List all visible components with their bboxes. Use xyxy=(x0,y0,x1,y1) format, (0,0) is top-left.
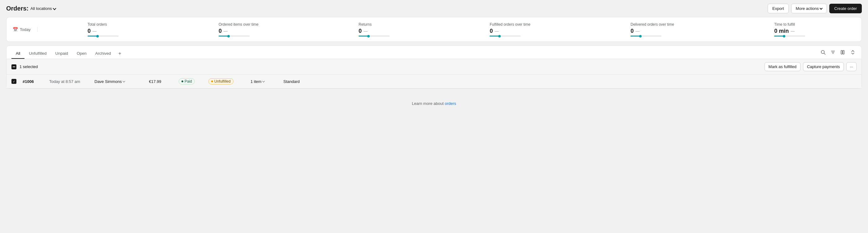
capture-payments-button[interactable]: Capture payments xyxy=(803,62,844,71)
filter-icon xyxy=(831,50,836,55)
page-title: Orders: xyxy=(6,5,29,12)
tabs-left: All Unfulfilled Unpaid Open Archived + xyxy=(11,48,124,59)
order-customer: Dave Simmons xyxy=(94,79,144,84)
mark-fulfilled-button[interactable]: Mark as fulfilled xyxy=(765,62,801,71)
deselect-all-checkbox[interactable] xyxy=(11,64,17,69)
search-icon xyxy=(820,50,826,55)
stat-total-orders: Total orders 0 — xyxy=(82,22,125,36)
order-payment-status: Paid xyxy=(179,78,204,85)
calendar-icon: 📅 xyxy=(13,27,18,32)
unfulfilled-dot xyxy=(211,80,213,82)
more-actions-label: More actions xyxy=(796,6,819,11)
selected-count: 1 selected xyxy=(20,64,38,69)
order-amount: €17.99 xyxy=(149,79,174,84)
tab-add-button[interactable]: + xyxy=(115,48,124,59)
more-options-button[interactable]: ··· xyxy=(846,62,857,71)
chevron-down-icon[interactable] xyxy=(262,79,265,82)
stats-card: 📅 Today Total orders 0 — Ordered items o… xyxy=(6,17,862,42)
search-button[interactable] xyxy=(819,48,827,56)
table-row[interactable]: #1006 Today at 8:57 am Dave Simmons €17.… xyxy=(6,74,862,89)
order-date: Today at 8:57 am xyxy=(49,79,90,84)
stat-bar-delivered-orders xyxy=(630,36,661,36)
header-left: Orders: All locations xyxy=(6,5,56,12)
more-actions-button[interactable]: More actions xyxy=(791,4,827,13)
chevron-down-icon xyxy=(820,6,823,9)
sort-icon xyxy=(850,50,855,55)
tab-archived[interactable]: Archived xyxy=(91,48,116,59)
columns-button[interactable] xyxy=(839,48,847,56)
selection-left: 1 selected xyxy=(11,64,38,69)
order-fulfillment-status: Unfulfilled xyxy=(208,78,246,85)
stat-time-to-fulfill: Time to fulfill 0 min — xyxy=(768,22,811,36)
location-label: All locations xyxy=(30,6,52,11)
order-items: 1 item xyxy=(250,79,278,84)
svg-rect-5 xyxy=(841,51,842,54)
filter-button[interactable] xyxy=(829,48,837,56)
row-checkbox[interactable] xyxy=(11,79,18,84)
svg-line-1 xyxy=(824,53,825,55)
order-delivery: Standard xyxy=(283,79,857,84)
header-right: Export More actions Create order xyxy=(768,4,862,13)
tab-open[interactable]: Open xyxy=(72,48,91,59)
sort-button[interactable] xyxy=(849,48,857,56)
orders-link[interactable]: orders xyxy=(445,101,456,106)
order-id: #1006 xyxy=(23,79,44,84)
tabs-row: All Unfulfilled Unpaid Open Archived + xyxy=(6,46,862,59)
selection-bar: 1 selected Mark as fulfilled Capture pay… xyxy=(6,59,862,74)
chevron-down-icon[interactable] xyxy=(123,79,125,82)
chevron-down-icon xyxy=(53,6,56,10)
stat-bar-returns xyxy=(359,36,390,36)
tab-all[interactable]: All xyxy=(11,48,25,59)
selection-right: Mark as fulfilled Capture payments ··· xyxy=(765,62,857,71)
orders-table-area: All Unfulfilled Unpaid Open Archived + xyxy=(6,45,862,89)
paid-dot xyxy=(182,80,183,82)
svg-rect-6 xyxy=(843,51,844,54)
tab-unfulfilled[interactable]: Unfulfilled xyxy=(25,48,51,59)
stats-items: Total orders 0 — Ordered items over time… xyxy=(37,22,855,36)
footer: Learn more about orders xyxy=(0,94,868,113)
location-dropdown[interactable]: All locations xyxy=(30,6,56,11)
tab-unpaid[interactable]: Unpaid xyxy=(51,48,72,59)
checked-checkbox[interactable] xyxy=(11,79,17,84)
stat-bar-total-orders xyxy=(88,36,119,36)
stat-delivered-orders: Delivered orders over time 0 — xyxy=(624,22,680,36)
create-order-button[interactable]: Create order xyxy=(829,4,862,13)
stat-returns: Returns 0 — xyxy=(352,22,396,36)
page-header: Orders: All locations Export More action… xyxy=(0,0,868,17)
export-button[interactable]: Export xyxy=(768,4,789,13)
stats-date: 📅 Today xyxy=(13,27,37,32)
stat-fulfilled-orders: Fulfilled orders over time 0 — xyxy=(484,22,536,36)
stat-bar-fulfilled-orders xyxy=(490,36,521,36)
columns-icon xyxy=(840,50,845,55)
tabs-right xyxy=(819,48,857,59)
stat-ordered-items: Ordered items over time 0 — xyxy=(212,22,265,36)
stat-bar-time-to-fulfill xyxy=(774,36,805,36)
stat-bar-ordered-items xyxy=(219,36,250,36)
